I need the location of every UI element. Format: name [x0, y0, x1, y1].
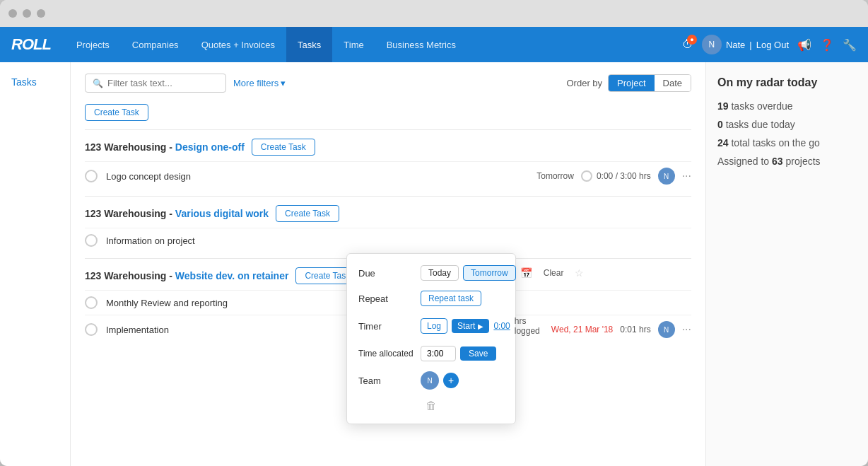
radar-projects-prefix: Assigned to — [717, 156, 772, 167]
popup-hours-logged[interactable]: 0:00 — [493, 321, 510, 331]
nav-right: ⏱ ● N Nate | Log Out 📢 ❓ 🔧 — [682, 35, 857, 54]
nav-quotes-invoices[interactable]: Quotes + Invoices — [190, 27, 286, 62]
task-timer-implementation: 0:01 hrs — [620, 325, 650, 334]
task-more-implementation[interactable]: ··· — [682, 323, 691, 336]
radar-overdue-number: 19 — [717, 100, 729, 112]
zoom-dot — [37, 9, 45, 18]
nav-separator: | — [749, 40, 751, 50]
task-group-1: 123 Warehousing - Design one-off Create … — [85, 129, 691, 196]
nav-time[interactable]: Time — [332, 27, 375, 62]
popup-repeat-label: Repeat — [358, 293, 415, 304]
popup-due-row: Due Today Tomorrow 📅 Clear ☆ — [358, 265, 504, 281]
popup-repeat-row: Repeat Repeat task — [358, 291, 504, 306]
order-date-btn[interactable]: Date — [655, 75, 691, 91]
popup-tomorrow-btn[interactable]: Tomorrow — [463, 265, 516, 281]
sidebar: Tasks — [0, 62, 71, 466]
search-box: 🔍 — [85, 74, 226, 93]
star-icon[interactable]: ☆ — [575, 267, 584, 279]
search-input[interactable] — [107, 78, 218, 88]
logout-link[interactable]: Log Out — [756, 40, 789, 50]
calendar-icon[interactable]: 📅 — [520, 267, 532, 279]
timer-icon[interactable]: ⏱ ● — [682, 38, 693, 51]
group-link-1[interactable]: Design one-off — [175, 141, 245, 153]
nav-companies[interactable]: Companies — [121, 27, 190, 62]
popup-hrs-label: hrs logged — [515, 316, 540, 336]
more-filters-button[interactable]: More filters ▾ — [233, 78, 286, 88]
play-icon: ▶ — [478, 322, 483, 330]
user-name: Nate — [726, 40, 745, 50]
settings-icon[interactable]: 🔧 — [843, 38, 857, 52]
popup-timer-label: Timer — [358, 321, 415, 332]
help-icon[interactable]: ❓ — [820, 38, 834, 52]
nav-user: N Nate | Log Out — [702, 35, 789, 54]
team-avatar-1[interactable]: N — [421, 371, 439, 390]
delete-icon[interactable]: 🗑 — [358, 400, 504, 412]
task-checkbox-logo[interactable] — [85, 170, 98, 182]
radar-stat-projects: Assigned to 63 projects — [717, 156, 857, 167]
radar-total-number: 24 — [717, 137, 729, 148]
task-checkbox-implementation[interactable] — [85, 323, 98, 336]
close-dot — [8, 9, 17, 18]
task-group-2: 123 Warehousing - Various digital work C… — [85, 196, 691, 258]
group-header-1: 123 Warehousing - Design one-off Create … — [85, 139, 691, 156]
popup-team-controls: N + — [421, 371, 459, 390]
order-by-label: Order by — [566, 78, 602, 88]
group-plain-text-2: 123 Warehousing - — [85, 208, 175, 219]
popup-time-allocated-controls: Save — [421, 346, 496, 361]
nav-tasks[interactable]: Tasks — [286, 27, 332, 62]
toolbar: 🔍 More filters ▾ Order by Project Date — [85, 74, 691, 93]
app-window: ROLL Projects Companies Quotes + Invoice… — [0, 0, 868, 466]
order-by: Order by Project Date — [566, 74, 691, 92]
popup-timer-row: Timer Log Start ▶ 0:00 hrs logged — [358, 316, 504, 336]
radar-projects-number: 63 — [772, 156, 783, 167]
radar-overdue-label: tasks overdue — [731, 100, 792, 112]
task-more-logo[interactable]: ··· — [682, 170, 691, 182]
nav-items: Projects Companies Quotes + Invoices Tas… — [65, 27, 682, 62]
group-plain-text-3: 123 Warehousing - — [85, 270, 175, 281]
task-avatar-logo: N — [658, 168, 675, 185]
order-project-btn[interactable]: Project — [609, 75, 654, 91]
add-team-member-btn[interactable]: + — [443, 373, 459, 388]
nav-business-metrics[interactable]: Business Metrics — [375, 27, 467, 62]
popup-clear-btn[interactable]: Clear — [536, 266, 571, 280]
popup-team-label: Team — [358, 375, 415, 386]
megaphone-icon[interactable]: 📢 — [797, 38, 811, 52]
create-task-button-main[interactable]: Create Task — [85, 104, 148, 121]
task-due-implementation: Wed, 21 Mar '18 — [551, 325, 613, 334]
main-area: Tasks 🔍 More filters ▾ — [0, 62, 868, 466]
popup-time-input[interactable] — [421, 346, 456, 361]
popup-log-btn[interactable]: Log — [421, 318, 447, 334]
task-meta-logo: Tomorrow 0:00 / 3:00 hrs N ··· — [536, 168, 691, 185]
radar-total-label: total tasks on the go — [731, 137, 819, 148]
titlebar — [0, 0, 868, 27]
popup-repeat-controls: Repeat task — [421, 291, 481, 306]
task-meta-implementation: Wed, 21 Mar '18 0:01 hrs N ··· — [551, 321, 691, 338]
right-panel: On my radar today 19 tasks overdue 0 tas… — [705, 62, 868, 466]
task-row-logo-concept: Logo concept design Tomorrow 0:00 / 3:00… — [85, 161, 691, 190]
group-header-2: 123 Warehousing - Various digital work C… — [85, 205, 691, 222]
sidebar-tasks-link[interactable]: Tasks — [11, 76, 59, 88]
popup-start-btn[interactable]: Start ▶ — [452, 319, 489, 333]
popup-repeat-task-btn[interactable]: Repeat task — [421, 291, 481, 306]
popup-due-controls: Today Tomorrow 📅 Clear ☆ — [421, 265, 584, 281]
nav-projects[interactable]: Projects — [65, 27, 121, 62]
popup-timer-controls: Log Start ▶ 0:00 hrs logged — [421, 316, 540, 336]
create-task-group-2[interactable]: Create Task — [276, 205, 339, 222]
search-icon: 🔍 — [93, 78, 103, 88]
task-due-logo: Tomorrow — [536, 171, 574, 181]
task-timer-text-logo: 0:00 / 3:00 hrs — [597, 171, 651, 181]
radar-stat-today: 0 tasks due today — [717, 119, 857, 130]
radar-projects-label: projects — [783, 156, 821, 167]
popup-today-btn[interactable]: Today — [421, 265, 459, 281]
group-link-3[interactable]: Website dev. on retainer — [175, 270, 289, 281]
order-buttons: Project Date — [608, 74, 691, 92]
radar-title: On my radar today — [717, 76, 857, 89]
radar-today-label: tasks due today — [726, 119, 795, 130]
task-checkbox-info[interactable] — [85, 234, 98, 247]
popup-save-btn[interactable]: Save — [460, 346, 496, 361]
content: 🔍 More filters ▾ Order by Project Date — [71, 62, 705, 466]
create-task-group-1[interactable]: Create Task — [252, 139, 315, 156]
group-link-2[interactable]: Various digital work — [175, 208, 269, 219]
chevron-down-icon: ▾ — [281, 78, 286, 88]
task-checkbox-monthly[interactable] — [85, 296, 98, 309]
